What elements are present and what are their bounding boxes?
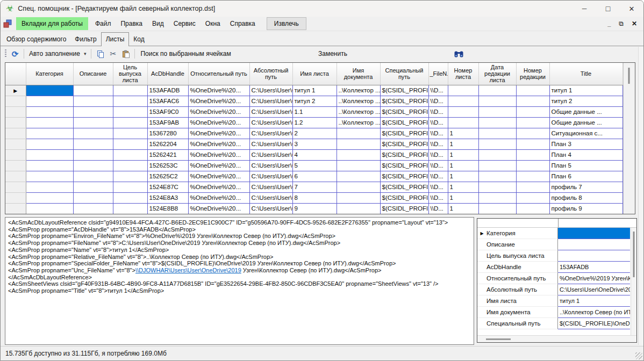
grid-cell[interactable] xyxy=(26,149,73,160)
grid-cell[interactable] xyxy=(26,139,73,149)
grid-cell[interactable]: 153AFADB xyxy=(147,85,188,96)
grid-cell[interactable] xyxy=(478,182,516,192)
record-field-value[interactable] xyxy=(558,250,630,262)
grid-cell[interactable]: %OneDrive%\20... xyxy=(188,182,249,192)
record-vertical-scrollbar[interactable] xyxy=(631,228,636,335)
grid-cell[interactable]: титул 1 xyxy=(292,85,337,96)
grid-scrollbar-thumb[interactable] xyxy=(628,68,630,84)
grid-cell[interactable] xyxy=(113,203,147,214)
grid-cell[interactable] xyxy=(73,182,113,192)
grid-cell[interactable]: 3 xyxy=(292,139,337,149)
grid-cell[interactable] xyxy=(337,192,380,203)
minimize-button[interactable]: ─ xyxy=(573,1,596,17)
grid-cell[interactable]: План 5 xyxy=(549,160,622,171)
grid-cell[interactable]: C:\Users\User\O... xyxy=(249,182,292,192)
grid-cell[interactable]: 1 xyxy=(448,171,478,182)
grid-cell[interactable]: профиль 9 xyxy=(549,203,622,214)
grid-cell[interactable] xyxy=(113,128,147,139)
grid-cell[interactable] xyxy=(337,128,380,139)
grid-cell[interactable] xyxy=(516,182,549,192)
grid-cell[interactable]: 4 xyxy=(292,149,337,160)
corner-header-cell[interactable] xyxy=(5,63,26,85)
grid-cell[interactable] xyxy=(478,203,516,214)
grid-cell[interactable] xyxy=(478,85,516,96)
grid-cell[interactable]: %OneDrive%\20... xyxy=(188,96,249,106)
grid-cell[interactable] xyxy=(113,182,147,192)
row-header[interactable] xyxy=(5,171,26,182)
grid-cell[interactable] xyxy=(113,96,147,106)
row-header[interactable] xyxy=(5,149,26,160)
row-header[interactable] xyxy=(5,160,26,171)
grid-cell[interactable]: профиль 8 xyxy=(549,192,622,203)
record-hscrollbar-thumb[interactable] xyxy=(486,338,511,340)
grid-cell[interactable]: 153AF9AB xyxy=(147,117,188,128)
grid-cell[interactable]: 1.1 xyxy=(292,106,337,117)
row-header[interactable] xyxy=(5,117,26,128)
copy-button[interactable] xyxy=(94,48,106,60)
grid-cell[interactable] xyxy=(73,96,113,106)
grid-cell[interactable] xyxy=(337,149,380,160)
grid-cell[interactable]: $(CSIDL_PROFI... xyxy=(380,117,428,128)
row-header[interactable] xyxy=(5,96,26,106)
grid-cell[interactable]: \\D... xyxy=(428,117,448,128)
grid-cell[interactable] xyxy=(26,85,73,96)
grid-cell[interactable] xyxy=(73,149,113,160)
grid-cell[interactable]: 152625C2 xyxy=(147,171,188,182)
record-field-value[interactable]: %OneDrive%\2019 Узген\Кол... xyxy=(558,273,630,284)
grid-cell[interactable] xyxy=(73,171,113,182)
grid-cell[interactable] xyxy=(478,96,516,106)
grid-cell[interactable]: C:\Users\User\O... xyxy=(249,171,292,182)
grid-cell[interactable]: $(CSIDL_PROFI... xyxy=(380,139,428,149)
row-header[interactable] xyxy=(5,203,26,214)
grid-cell[interactable]: %OneDrive%\20... xyxy=(188,106,249,117)
grid-cell[interactable]: Ситуационная с... xyxy=(549,128,622,139)
cut-button[interactable]: ✂ xyxy=(106,48,119,60)
grid-cell[interactable]: 1526253C xyxy=(147,160,188,171)
grid-cell[interactable]: 1 xyxy=(448,149,478,160)
grid-cell[interactable] xyxy=(478,192,516,203)
grid-cell[interactable]: $(CSIDL_PROFI... xyxy=(380,85,428,96)
menu-windows[interactable]: Окна xyxy=(201,18,225,30)
grid-cell[interactable]: 1 xyxy=(448,128,478,139)
grid-cell[interactable] xyxy=(26,192,73,203)
grid-cell[interactable]: C:\Users\User\O... xyxy=(249,139,292,149)
grid-cell[interactable] xyxy=(337,160,380,171)
grid-cell[interactable]: %OneDrive%\20... xyxy=(188,85,249,96)
grid-cell[interactable] xyxy=(73,85,113,96)
grid-cell[interactable]: 1524E8A3 xyxy=(147,192,188,203)
column-header[interactable]: _FileN... xyxy=(428,63,448,85)
grid-cell[interactable] xyxy=(516,106,549,117)
grid-cell[interactable]: 1 xyxy=(448,192,478,203)
grid-cell[interactable]: \\D... xyxy=(428,139,448,149)
mdi-minimize-button[interactable]: _ xyxy=(607,21,611,27)
record-field-value[interactable]: $(CSIDL_PROFILE)\OneDrive\ xyxy=(558,318,630,329)
column-header[interactable]: Специальный путь xyxy=(380,63,428,85)
grid-cell[interactable] xyxy=(26,160,73,171)
grid-cell[interactable] xyxy=(516,128,549,139)
close-button[interactable]: ✕ xyxy=(620,1,643,17)
grid-cell[interactable] xyxy=(516,139,549,149)
grid-cell[interactable] xyxy=(26,128,73,139)
record-field-value[interactable]: титул 1 xyxy=(558,295,630,307)
grid-cell[interactable]: 1 xyxy=(448,203,478,214)
grid-cell[interactable]: План 6 xyxy=(549,171,622,182)
grid-cell[interactable] xyxy=(73,139,113,149)
grid-cell[interactable]: 1524E8B8 xyxy=(147,203,188,214)
record-vscrollbar-thumb[interactable] xyxy=(633,232,635,277)
column-header[interactable]: Дата редакции листа xyxy=(478,63,516,85)
column-header[interactable]: Номер листа xyxy=(448,63,478,85)
record-field-value[interactable]: 153AFADB xyxy=(558,262,630,273)
grid-cell[interactable]: C:\Users\User\O... xyxy=(249,128,292,139)
grid-cell[interactable] xyxy=(113,160,147,171)
maximize-button[interactable]: □ xyxy=(596,1,620,17)
grid-cell[interactable]: %OneDrive%\20... xyxy=(188,128,249,139)
grid-vertical-scrollbar[interactable] xyxy=(623,63,635,214)
grid-cell[interactable] xyxy=(448,106,478,117)
grid-cell[interactable]: %OneDrive%\20... xyxy=(188,149,249,160)
grid-cell[interactable] xyxy=(337,139,380,149)
mdi-restore-button[interactable]: ⧉ xyxy=(619,20,624,27)
grid-cell[interactable]: ..\Коллектор ... xyxy=(337,96,380,106)
grid-cell[interactable]: План 3 xyxy=(549,139,622,149)
mdi-close-button[interactable]: ✕ xyxy=(632,20,637,27)
menu-service[interactable]: Сервис xyxy=(169,18,201,30)
